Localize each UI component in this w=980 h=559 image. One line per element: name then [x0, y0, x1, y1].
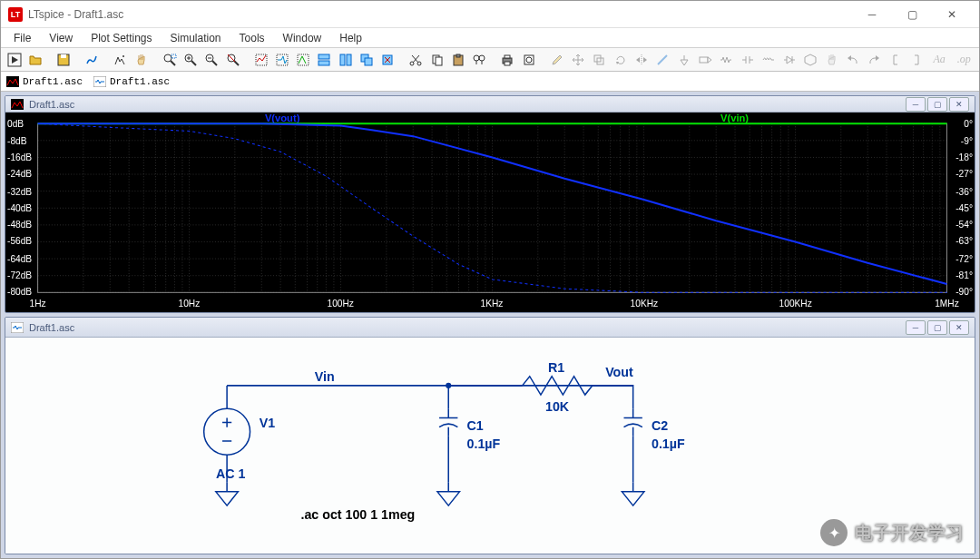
drag-icon[interactable] [590, 50, 609, 70]
plot-close-button[interactable]: ✕ [949, 97, 969, 112]
label-icon[interactable] [695, 50, 714, 70]
wire-icon[interactable] [653, 50, 672, 70]
tile-h-icon[interactable] [315, 50, 334, 70]
maximize-button[interactable]: ▢ [892, 2, 932, 27]
svg-rect-71 [11, 99, 24, 110]
ground-c2[interactable] [622, 483, 643, 505]
mdi-workspace: Draft1.asc ─ ▢ ✕ [1, 92, 979, 558]
xtick-3: 1KHz [481, 299, 504, 309]
pick-trace-icon[interactable] [294, 50, 313, 70]
zoom-fit-icon[interactable] [223, 50, 242, 70]
copy-icon[interactable] [427, 50, 446, 70]
add-trace-icon[interactable] [272, 50, 291, 70]
spice-directive-icon[interactable]: .op [953, 50, 975, 70]
schematic-canvas[interactable]: V1 AC 1 C1 0.1µF R1 [5, 338, 975, 554]
svg-marker-51 [636, 57, 640, 63]
resistor-icon[interactable] [717, 50, 736, 70]
pan-icon[interactable] [132, 50, 151, 70]
menu-help[interactable]: Help [332, 30, 369, 46]
ytick-r-5: -45° [956, 203, 973, 213]
doctab-schematic[interactable]: Draft1.asc [93, 76, 170, 87]
plot-window-titlebar[interactable]: Draft1.asc ─ ▢ ✕ [5, 96, 975, 113]
grab-icon[interactable] [822, 50, 841, 70]
doctab-plot[interactable]: Draft1.asc [6, 76, 83, 87]
svg-rect-35 [436, 57, 442, 65]
schematic-window-titlebar[interactable]: Draft1.asc ─ ▢ ✕ [5, 318, 975, 338]
xtick-1: 10Hz [179, 299, 201, 309]
save-icon[interactable] [54, 50, 73, 70]
ytick-l-7: -56dB [7, 237, 32, 247]
schem-min-button[interactable]: ─ [906, 320, 926, 335]
bracket-right-icon[interactable] [906, 50, 926, 70]
window-titlebar: LT LTspice - Draft1.asc ─ ▢ ✕ [1, 1, 979, 28]
spice-directive[interactable]: .ac oct 100 1 1meg [300, 507, 415, 522]
label-r1: R1 [548, 360, 564, 375]
schematic-window-title: Draft1.asc [29, 322, 74, 333]
switch-icon[interactable] [82, 50, 101, 70]
tile-v-icon[interactable] [336, 50, 355, 70]
cut-icon[interactable] [407, 50, 426, 70]
component-icon[interactable] [801, 50, 820, 70]
capacitor-icon[interactable] [738, 50, 757, 70]
ground-c1[interactable] [437, 483, 459, 505]
simulate-icon[interactable] [111, 50, 130, 70]
schem-max-button[interactable]: ▢ [927, 320, 947, 335]
menu-tools[interactable]: Tools [232, 30, 272, 46]
redo-icon[interactable] [865, 50, 884, 70]
svg-rect-23 [340, 54, 345, 65]
component-v1[interactable]: V1 AC 1 [204, 408, 276, 480]
label-c2: C2 [652, 418, 668, 433]
autorange-icon[interactable] [251, 50, 270, 70]
paste-icon[interactable] [448, 50, 467, 70]
svg-marker-1 [12, 56, 18, 64]
setup-icon[interactable] [519, 50, 538, 70]
run-icon[interactable] [5, 50, 24, 70]
menu-file[interactable]: File [6, 30, 38, 46]
print-icon[interactable] [498, 50, 517, 70]
text-icon[interactable]: Aa [928, 50, 951, 70]
ytick-l-9: -72dB [7, 270, 32, 280]
net-vout[interactable]: Vout [605, 365, 633, 379]
trace-label-vout[interactable]: V(vout) [265, 113, 300, 123]
minimize-button[interactable]: ─ [852, 2, 892, 27]
zoom-out-icon[interactable] [202, 50, 221, 70]
plot-window: Draft1.asc ─ ▢ ✕ [5, 95, 975, 313]
ytick-l-5: -40dB [7, 203, 32, 213]
plot-max-button[interactable]: ▢ [927, 97, 947, 112]
ytick-l-6: -48dB [7, 220, 32, 230]
close-all-icon[interactable] [378, 50, 397, 70]
svg-marker-52 [643, 57, 647, 63]
component-r1[interactable]: R1 10K [523, 360, 596, 415]
bode-plot[interactable]: 0dB -8dB -16dB -24dB -32dB -40dB -48dB -… [5, 113, 975, 312]
svg-rect-26 [365, 58, 372, 65]
plot-min-button[interactable]: ─ [906, 97, 926, 112]
doctab-schem-label: Draft1.asc [110, 76, 170, 87]
svg-line-9 [191, 61, 196, 65]
diode-icon[interactable] [779, 50, 799, 70]
ground-icon[interactable] [674, 50, 693, 70]
zoom-area-icon[interactable] [160, 50, 179, 70]
pencil-icon[interactable] [547, 50, 566, 70]
bracket-left-icon[interactable] [886, 50, 905, 70]
undo-icon[interactable] [843, 50, 862, 70]
watermark-text: 电子开发学习 [855, 521, 964, 545]
ground-v1[interactable] [216, 483, 238, 505]
net-vin[interactable]: Vin [315, 369, 335, 384]
zoom-in-icon[interactable] [181, 50, 200, 70]
menu-window[interactable]: Window [276, 30, 329, 46]
find-icon[interactable] [470, 50, 489, 70]
ytick-r-1: -9° [961, 136, 973, 146]
mirror-icon[interactable] [632, 50, 651, 70]
menu-view[interactable]: View [42, 30, 80, 46]
menu-simulation[interactable]: Simulation [163, 30, 229, 46]
close-button[interactable]: ✕ [932, 2, 972, 27]
move-icon[interactable] [569, 50, 588, 70]
rotate-icon[interactable] [611, 50, 630, 70]
xtick-2: 100Hz [328, 299, 354, 309]
inductor-icon[interactable] [759, 50, 778, 70]
trace-label-vin[interactable]: V(vin) [720, 113, 749, 123]
menu-plot-settings[interactable]: Plot Settings [83, 30, 159, 46]
open-icon[interactable] [25, 50, 44, 70]
schem-close-button[interactable]: ✕ [949, 320, 969, 335]
cascade-icon[interactable] [357, 50, 376, 70]
